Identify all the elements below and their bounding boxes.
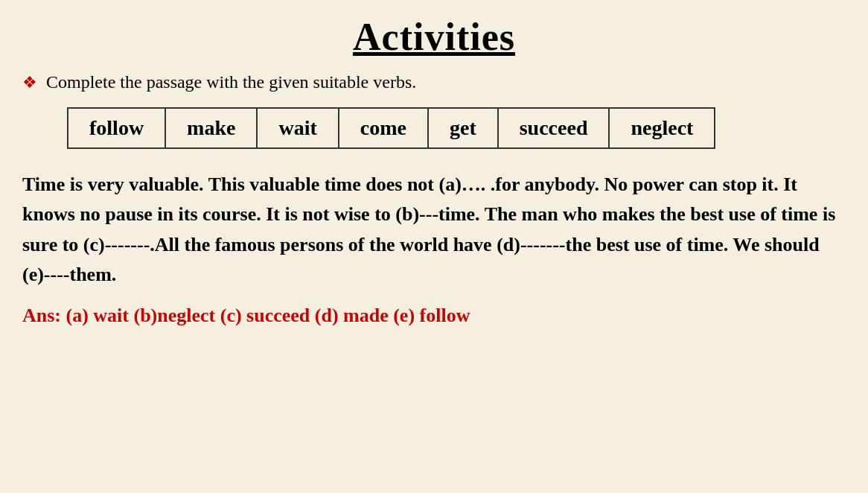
word-cell: neglect: [609, 108, 715, 148]
word-cell: follow: [68, 108, 165, 148]
word-cell: get: [428, 108, 498, 148]
instruction-label: Complete the passage with the given suit…: [46, 72, 416, 92]
page-container: Activities ❖ Complete the passage with t…: [0, 0, 868, 493]
answer-text: Ans: (a) wait (b)neglect (c) succeed (d)…: [22, 305, 846, 327]
word-cell: make: [165, 108, 257, 148]
diamond-icon: ❖: [22, 73, 37, 92]
word-bank-row: followmakewaitcomegetsucceedneglect: [68, 108, 715, 148]
word-cell: wait: [257, 108, 338, 148]
word-bank-table: followmakewaitcomegetsucceedneglect: [67, 107, 715, 149]
word-cell: come: [339, 108, 428, 148]
passage-text: Time is very valuable. This valuable tim…: [22, 170, 846, 290]
word-cell: succeed: [498, 108, 610, 148]
page-title: Activities: [22, 15, 846, 59]
instruction-text: ❖ Complete the passage with the given su…: [22, 72, 846, 92]
